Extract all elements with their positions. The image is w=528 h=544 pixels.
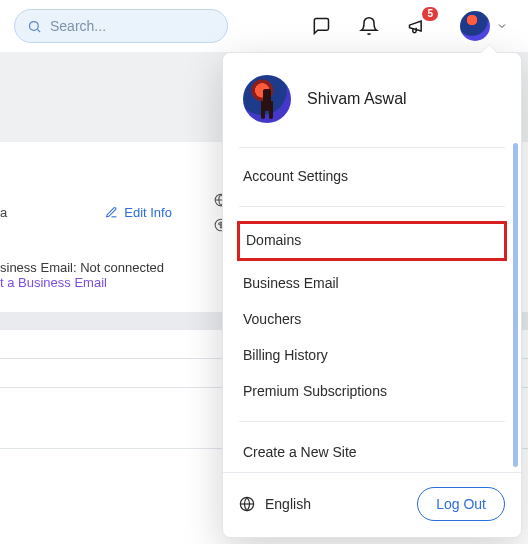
search-input[interactable] xyxy=(50,18,190,34)
menu-create-new-site[interactable]: Create a New Site xyxy=(223,434,521,470)
truncated-text: a xyxy=(0,205,7,220)
language-label: English xyxy=(265,496,311,512)
profile-menu-trigger[interactable] xyxy=(460,11,508,41)
bell-icon xyxy=(359,16,379,36)
profile-dropdown: Shivam Aswal Account Settings Domains Bu… xyxy=(222,52,522,538)
svg-line-1 xyxy=(37,29,40,32)
menu-account-settings[interactable]: Account Settings xyxy=(223,158,521,194)
svg-point-0 xyxy=(30,21,39,30)
menu-billing-history[interactable]: Billing History xyxy=(223,337,521,373)
scrollbar[interactable] xyxy=(513,143,518,467)
highlight-box: Domains xyxy=(237,221,507,261)
chat-icon xyxy=(311,16,331,36)
menu-vouchers[interactable]: Vouchers xyxy=(223,301,521,337)
globe-icon xyxy=(239,496,255,512)
dropdown-arrow xyxy=(481,45,497,53)
chevron-down-icon xyxy=(496,20,508,32)
announcement-button[interactable]: 5 xyxy=(406,15,428,37)
search-icon xyxy=(27,19,42,34)
top-bar: 5 xyxy=(0,0,528,52)
dropdown-header: Shivam Aswal xyxy=(223,53,521,147)
user-name: Shivam Aswal xyxy=(307,90,407,108)
chat-button[interactable] xyxy=(310,15,332,37)
menu-domains[interactable]: Domains xyxy=(246,232,498,248)
language-selector[interactable]: English xyxy=(239,496,311,512)
top-icon-group: 5 xyxy=(310,11,514,41)
dropdown-footer: English Log Out xyxy=(223,472,521,537)
menu-premium-subscriptions[interactable]: Premium Subscriptions xyxy=(223,373,521,409)
search-field[interactable] xyxy=(14,9,228,43)
bell-button[interactable] xyxy=(358,15,380,37)
edit-info-link[interactable]: Edit Info xyxy=(105,205,172,220)
avatar xyxy=(460,11,490,41)
pencil-icon xyxy=(105,206,118,219)
logout-button[interactable]: Log Out xyxy=(417,487,505,521)
edit-info-label: Edit Info xyxy=(124,205,172,220)
notification-badge: 5 xyxy=(422,7,438,21)
menu-business-email[interactable]: Business Email xyxy=(223,265,521,301)
business-email-link[interactable]: t a Business Email xyxy=(0,275,107,290)
avatar xyxy=(243,75,291,123)
